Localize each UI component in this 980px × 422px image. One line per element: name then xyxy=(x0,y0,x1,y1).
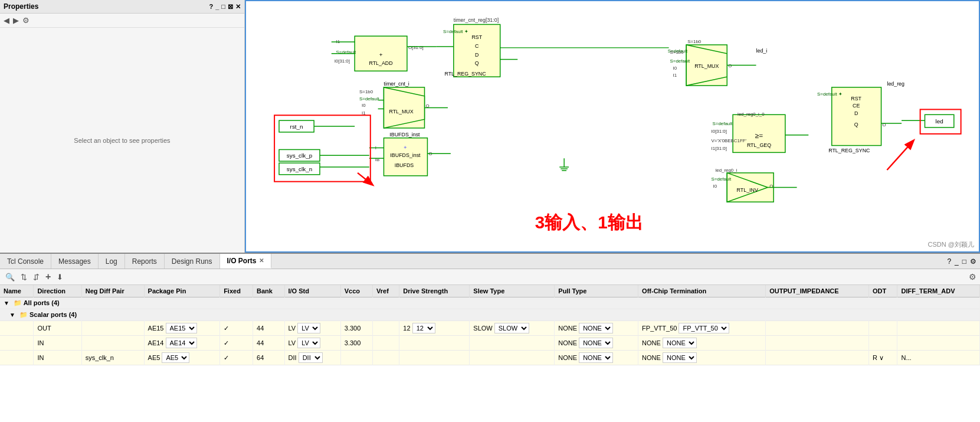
tab-gear-icon[interactable]: ⚙ xyxy=(970,257,976,266)
svg-text:V='X'0BEBC1FF': V='X'0BEBC1FF' xyxy=(712,138,747,143)
svg-text:led_i: led_i xyxy=(756,48,768,54)
forward-button[interactable]: ▶ xyxy=(13,16,19,25)
all-ports-group[interactable]: ▼ 📁 All ports (4) xyxy=(0,297,980,309)
table-row[interactable]: OUT AE15 AE15 ✓ 44 LV LV 3.300 12 xyxy=(0,321,980,336)
cell-fixed-1: ✓ xyxy=(220,336,253,351)
svg-text:I0: I0 xyxy=(673,66,677,71)
svg-text:S=1b0: S=1b0 xyxy=(359,89,373,94)
cell-io-std-0: LV LV xyxy=(284,321,340,336)
properties-close-icon[interactable]: ✕ xyxy=(235,3,241,11)
scalar-ports-folder-icon: 📁 xyxy=(19,311,28,318)
off-chip-dropdown-1[interactable]: NONE xyxy=(663,338,697,348)
cell-vref-1 xyxy=(373,336,399,351)
io-std-dropdown-0[interactable]: LV xyxy=(297,323,320,333)
svg-text:I0[31:0]: I0[31:0] xyxy=(335,58,350,64)
add-port-icon[interactable]: + xyxy=(44,271,53,283)
properties-minimize-icon[interactable]: _ xyxy=(215,3,219,10)
search-icon[interactable]: 🔍 xyxy=(4,272,17,282)
col-vcco: Vcco xyxy=(340,285,372,297)
cell-output-impedance-2 xyxy=(766,351,869,365)
expand-all-icon[interactable]: ⇅ xyxy=(19,272,29,282)
svg-text:sys_clk_n: sys_clk_n xyxy=(287,166,312,172)
cell-off-chip-0: FP_VTT_50 FP_VTT_50 xyxy=(638,321,766,336)
cell-odt-0 xyxy=(868,321,897,336)
cell-output-impedance-1 xyxy=(766,336,869,351)
svg-text:I1: I1 xyxy=(673,73,677,78)
scalar-ports-group[interactable]: ▼ 📁 Scalar ports (4) xyxy=(0,309,980,321)
cell-package-pin-0: AE15 AE15 xyxy=(144,321,220,336)
properties-toolbar: ◀ ▶ ⚙ xyxy=(0,14,244,28)
pull-type-dropdown-0[interactable]: NONE xyxy=(579,323,613,333)
all-ports-folder-icon: 📁 xyxy=(14,299,22,306)
svg-text:RTL_INV: RTL_INV xyxy=(737,187,758,193)
svg-text:led_reg0_i_0: led_reg0_i_0 xyxy=(738,112,765,117)
drive-strength-dropdown-0[interactable]: 12 xyxy=(412,323,435,333)
scalar-ports-expand-icon[interactable]: ▼ xyxy=(9,312,15,318)
svg-text:led_reg0_i: led_reg0_i xyxy=(716,168,738,173)
table-row[interactable]: IN sys_clk_n AE5 AE5 ✓ 64 DII DII xyxy=(0,351,980,365)
svg-text:RTL_MUX: RTL_MUX xyxy=(694,63,719,69)
cell-diff-term-adv-2: N... xyxy=(897,351,980,365)
cell-direction-1: IN xyxy=(34,336,81,351)
properties-content: Select an object to see properties xyxy=(0,28,244,253)
tab-restore-icon[interactable]: □ xyxy=(962,257,966,266)
svg-text:I0: I0 xyxy=(713,184,717,189)
cell-neg-diff-1 xyxy=(81,336,144,351)
tab-log[interactable]: Log xyxy=(99,254,125,269)
io-std-dropdown-1[interactable]: LV xyxy=(297,338,320,348)
collapse-icon[interactable]: ⇵ xyxy=(31,272,41,282)
svg-text:IBUFDS: IBUFDS xyxy=(395,162,414,168)
all-ports-expand-icon[interactable]: ▼ xyxy=(4,300,9,306)
package-pin-dropdown-0[interactable]: AE15 xyxy=(166,323,197,333)
properties-header: Properties ? _ □ ⊠ ✕ xyxy=(0,0,244,14)
svg-text:D: D xyxy=(854,110,858,116)
tab-minimize-icon[interactable]: _ xyxy=(955,257,959,266)
properties-restore-icon[interactable]: □ xyxy=(221,3,225,10)
tab-messages[interactable]: Messages xyxy=(51,254,99,269)
pull-type-dropdown-2[interactable]: NONE xyxy=(579,352,613,363)
cell-drive-strength-0: 12 12 xyxy=(399,321,470,336)
back-button[interactable]: ◀ xyxy=(4,16,9,25)
table-row[interactable]: IN AE14 AE14 ✓ 44 LV LV 3.300 xyxy=(0,336,980,351)
tab-reports[interactable]: Reports xyxy=(125,254,165,269)
cell-diff-term-adv-1 xyxy=(897,336,980,351)
package-pin-dropdown-2[interactable]: AE5 xyxy=(162,352,189,363)
cell-neg-diff-0 xyxy=(81,321,144,336)
tab-io-ports-close[interactable]: ✕ xyxy=(259,257,264,264)
off-chip-dropdown-2[interactable]: NONE xyxy=(663,352,697,363)
properties-maximize-icon[interactable]: ⊠ xyxy=(228,3,233,11)
cell-pull-type-0: NONE NONE xyxy=(555,321,638,336)
io-settings-icon[interactable]: ⚙ xyxy=(969,272,976,282)
col-io-std: I/O Std xyxy=(284,285,340,297)
off-chip-dropdown-0[interactable]: FP_VTT_50 xyxy=(679,323,729,333)
import-icon[interactable]: ⬇ xyxy=(55,272,65,282)
col-direction: Direction xyxy=(34,285,81,297)
tab-help-icon[interactable]: ? xyxy=(947,257,951,266)
tab-tcl-console[interactable]: Tcl Console xyxy=(0,254,51,269)
cell-diff-term-adv-0 xyxy=(897,321,980,336)
col-drive-strength: Drive Strength xyxy=(399,285,470,297)
cell-direction-2: IN xyxy=(34,351,81,365)
tab-design-runs[interactable]: Design Runs xyxy=(165,254,220,269)
cell-vcco-0: 3.300 xyxy=(340,321,372,336)
slew-type-dropdown-0[interactable]: SLOW xyxy=(494,323,529,333)
cell-off-chip-1: NONE NONE xyxy=(638,336,766,351)
cell-fixed-0: ✓ xyxy=(220,321,253,336)
cell-pull-type-2: NONE NONE xyxy=(555,351,638,365)
pull-type-dropdown-1[interactable]: NONE xyxy=(579,338,613,348)
properties-placeholder: Select an object to see properties xyxy=(74,137,170,144)
col-fixed: Fixed xyxy=(220,285,253,297)
svg-text:led_reg: led_reg xyxy=(887,81,904,87)
col-package-pin: Package Pin xyxy=(144,285,220,297)
settings-button[interactable]: ⚙ xyxy=(22,16,30,25)
io-std-dropdown-2[interactable]: DII xyxy=(299,352,323,363)
properties-help-icon[interactable]: ? xyxy=(209,3,213,10)
col-neg-diff-pair: Neg Diff Pair xyxy=(81,285,144,297)
cell-slew-type-1 xyxy=(470,336,555,351)
svg-text:led: led xyxy=(936,118,943,125)
package-pin-dropdown-1[interactable]: AE14 xyxy=(166,338,197,348)
col-output-impedance: OUTPUT_IMPEDANCE xyxy=(766,285,869,297)
cell-bank-2: 64 xyxy=(253,351,284,365)
tab-io-ports[interactable]: I/O Ports ✕ xyxy=(220,254,271,269)
svg-text:S=default ✦: S=default ✦ xyxy=(443,29,468,34)
